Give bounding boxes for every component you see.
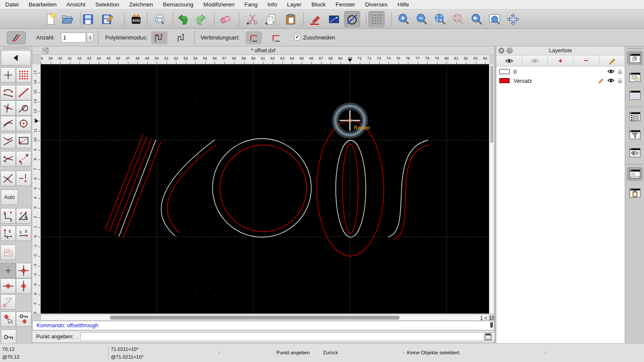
snap-endpoints-button[interactable]: [0, 85, 16, 100]
command-history-scrollbar[interactable]: [490, 322, 493, 329]
restrict-nothing-button[interactable]: [0, 263, 16, 278]
copy-button[interactable]: [262, 11, 279, 27]
paste-button[interactable]: [283, 11, 299, 27]
selection-rect-button[interactable]: [326, 11, 342, 27]
polyline-mode-off-button[interactable]: [173, 31, 190, 44]
snap-intersection-x-button[interactable]: [0, 171, 16, 186]
trim-checkbox[interactable]: ✓: [294, 34, 301, 40]
layer-lock-icon[interactable]: [617, 78, 623, 84]
zoom-out-button[interactable]: [413, 11, 430, 27]
layer-visible-icon[interactable]: [607, 78, 615, 83]
clipboard-panel-toggle-button[interactable]: [627, 186, 643, 200]
snap-middle-button[interactable]: [0, 116, 16, 131]
svg-export-button[interactable]: SVG: [128, 11, 144, 27]
block-list-toggle-button[interactable]: [627, 70, 643, 84]
count-stepper[interactable]: ▲▼: [87, 33, 94, 42]
menu-item-bemassung[interactable]: Bemassung: [163, 1, 193, 8]
menu-item-diverses[interactable]: Diverses: [365, 1, 388, 8]
edit-layer-button[interactable]: [599, 55, 625, 66]
join-round-button[interactable]: [246, 31, 262, 44]
snap-center-button[interactable]: [16, 116, 31, 131]
circle-line-tool-button[interactable]: [344, 11, 360, 27]
offset-tool-button[interactable]: [7, 31, 26, 44]
save-button[interactable]: [80, 11, 96, 27]
menu-item-hilfe[interactable]: Hilfe: [398, 1, 409, 8]
open-file-button[interactable]: [59, 11, 76, 27]
restrict-orthogonal-button[interactable]: [16, 263, 31, 278]
grid-toggle-button[interactable]: [368, 11, 385, 27]
relative-flat-button[interactable]: 12: [16, 226, 31, 241]
layer-row-0[interactable]: 0: [496, 67, 625, 76]
relative-corner-button[interactable]: 12: [0, 226, 16, 241]
snap-intersection-button[interactable]: [0, 133, 16, 148]
restrict-vertical-button[interactable]: [16, 278, 31, 294]
toggle-command-widget-button[interactable]: [484, 333, 492, 341]
pan-button[interactable]: [505, 11, 521, 27]
edit-pencil-button[interactable]: [307, 11, 323, 27]
restrict-angle-button[interactable]: [0, 294, 16, 310]
previous-view-button[interactable]: [468, 11, 485, 27]
hide-all-layers-button[interactable]: [522, 55, 548, 66]
coordinate-cartesian-button[interactable]: yx: [0, 208, 16, 223]
canvas-h-scrollbar[interactable]: [41, 314, 489, 320]
auto-zoom-button[interactable]: [432, 11, 448, 27]
save-as-button[interactable]: [99, 11, 115, 27]
snap-on-entity-button[interactable]: [16, 85, 31, 100]
menu-item-fang[interactable]: Fang: [244, 1, 258, 8]
pattern-toggle-button[interactable]: [627, 146, 643, 160]
redo-button[interactable]: [192, 11, 209, 27]
layer-list-toggle-button[interactable]: [627, 51, 643, 65]
menu-item-bearbeiten[interactable]: Bearbeiten: [29, 1, 57, 8]
polyline-mode-on-button[interactable]: [151, 31, 167, 44]
zoom-window-button[interactable]: [486, 11, 503, 27]
menu-item-selektion[interactable]: Selektion: [95, 1, 119, 8]
layer-row-versatz[interactable]: Versatz: [496, 76, 625, 85]
view-list-toggle-button[interactable]: [627, 88, 643, 102]
print-preview-button[interactable]: [152, 11, 168, 27]
snap-auto-button[interactable]: Auto: [1, 190, 18, 205]
menu-item-modifizieren[interactable]: Modifizieren: [204, 1, 235, 8]
selection-filter-toggle-button[interactable]: [627, 128, 643, 142]
snap-free-button[interactable]: [0, 67, 16, 83]
relative-zero-lock-button[interactable]: [1, 329, 16, 345]
menu-item-block[interactable]: Block: [311, 1, 325, 8]
restrict-horizontal-button[interactable]: [0, 278, 16, 294]
menu-item-fenster[interactable]: Fenster: [335, 1, 355, 8]
command-line-toggle-button[interactable]: [627, 167, 643, 181]
command-input[interactable]: [80, 332, 512, 341]
menu-item-zeichnen[interactable]: Zeichnen: [129, 1, 153, 8]
v-scrollbar-thumb[interactable]: [490, 66, 493, 143]
count-input[interactable]: [61, 33, 86, 42]
snap-auto-intersection-button[interactable]: [0, 151, 16, 166]
layer-color-swatch[interactable]: [499, 78, 510, 83]
show-all-layers-button[interactable]: [496, 55, 522, 66]
drawing-canvas[interactable]: Raster: [41, 64, 489, 314]
remove-layer-button[interactable]: −: [574, 55, 599, 66]
undo-button[interactable]: [175, 11, 191, 27]
snap-tangent-button[interactable]: [16, 100, 31, 116]
palette-back-button[interactable]: [1, 50, 31, 66]
zoom-selection-button[interactable]: [450, 11, 466, 27]
join-sharp-button[interactable]: [268, 31, 284, 44]
snap-perpendicular-button[interactable]: [0, 100, 16, 116]
coordinate-polar-button[interactable]: ra: [16, 208, 31, 223]
zoom-in-button[interactable]: [395, 11, 412, 27]
layer-lock-icon[interactable]: [617, 69, 623, 75]
set-relative-zero-button[interactable]: [0, 311, 16, 327]
add-layer-button[interactable]: +: [548, 55, 574, 66]
snap-distance-button[interactable]: 12: [16, 151, 31, 166]
menu-item-ansicht[interactable]: Ansicht: [67, 1, 85, 8]
widget-toolbar-handle[interactable]: [628, 48, 641, 49]
layer-color-swatch[interactable]: [499, 69, 510, 74]
new-document-button[interactable]: [43, 11, 59, 27]
snap-restriction-button[interactable]: [16, 171, 31, 186]
palette-drag-handle[interactable]: [3, 48, 28, 48]
lock-relative-zero-button[interactable]: [16, 311, 31, 327]
snap-reference-button[interactable]: [16, 133, 31, 148]
cut-button[interactable]: [244, 11, 260, 27]
snap-reference-points-button[interactable]: [0, 244, 16, 260]
property-editor-toggle-button[interactable]: [627, 110, 643, 124]
layer-visible-icon[interactable]: [607, 69, 615, 74]
canvas-v-scrollbar[interactable]: [489, 64, 494, 314]
delete-button[interactable]: [217, 11, 234, 27]
